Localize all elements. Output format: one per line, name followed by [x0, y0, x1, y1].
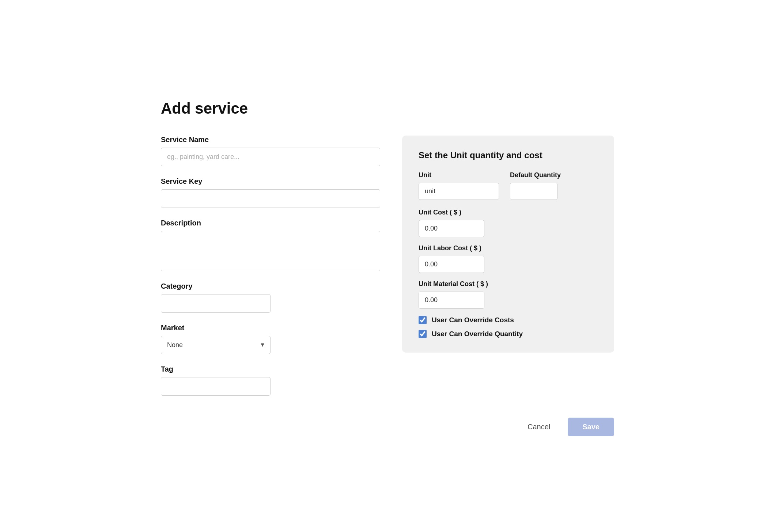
description-group: Description [161, 219, 380, 271]
unit-labor-cost-input[interactable] [419, 256, 484, 273]
service-name-group: Service Name [161, 136, 380, 166]
default-quantity-group: Default Quantity [510, 171, 561, 200]
description-label: Description [161, 219, 380, 227]
tag-group: Tag [161, 365, 380, 396]
service-key-group: Service Key [161, 177, 380, 208]
override-costs-row: User Can Override Costs [419, 316, 598, 324]
unit-material-cost-label: Unit Material Cost ( $ ) [419, 280, 598, 288]
footer: Cancel Save [161, 418, 614, 436]
market-label: Market [161, 324, 380, 332]
unit-labor-cost-group: Unit Labor Cost ( $ ) [419, 244, 598, 273]
category-input[interactable] [161, 294, 271, 313]
override-quantity-row: User Can Override Quantity [419, 330, 598, 338]
default-quantity-label: Default Quantity [510, 171, 561, 179]
form-layout: Service Name Service Key Description Cat… [161, 136, 614, 396]
service-name-input[interactable] [161, 148, 380, 166]
unit-input[interactable] [419, 183, 499, 200]
tag-label: Tag [161, 365, 380, 373]
unit-cost-panel: Set the Unit quantity and cost Unit Defa… [402, 136, 614, 353]
unit-cost-group: Unit Cost ( $ ) [419, 209, 598, 237]
unit-label: Unit [419, 171, 499, 179]
override-costs-label: User Can Override Costs [432, 316, 514, 324]
unit-group: Unit [419, 171, 499, 200]
override-costs-checkbox[interactable] [419, 316, 427, 324]
unit-material-cost-group: Unit Material Cost ( $ ) [419, 280, 598, 309]
unit-labor-cost-label: Unit Labor Cost ( $ ) [419, 244, 598, 252]
service-key-label: Service Key [161, 177, 380, 186]
unit-row: Unit Default Quantity [419, 171, 598, 200]
override-quantity-label: User Can Override Quantity [432, 330, 523, 338]
category-label: Category [161, 282, 380, 290]
panel-title: Set the Unit quantity and cost [419, 150, 598, 160]
default-quantity-input[interactable] [510, 183, 557, 200]
unit-cost-input[interactable] [419, 220, 484, 237]
description-input[interactable] [161, 231, 380, 271]
tag-input[interactable] [161, 377, 271, 396]
category-group: Category [161, 282, 380, 313]
save-button[interactable]: Save [568, 418, 614, 436]
market-select[interactable]: None [161, 336, 271, 354]
left-column: Service Name Service Key Description Cat… [161, 136, 380, 396]
unit-material-cost-input[interactable] [419, 292, 484, 309]
service-key-input[interactable] [161, 189, 380, 208]
add-service-modal: Add service Service Name Service Key Des… [135, 78, 640, 455]
market-select-wrapper: None ▼ [161, 336, 271, 354]
market-group: Market None ▼ [161, 324, 380, 354]
cancel-button[interactable]: Cancel [519, 418, 559, 436]
unit-cost-label: Unit Cost ( $ ) [419, 209, 598, 216]
service-name-label: Service Name [161, 136, 380, 144]
page-title: Add service [161, 100, 614, 117]
override-quantity-checkbox[interactable] [419, 330, 427, 338]
